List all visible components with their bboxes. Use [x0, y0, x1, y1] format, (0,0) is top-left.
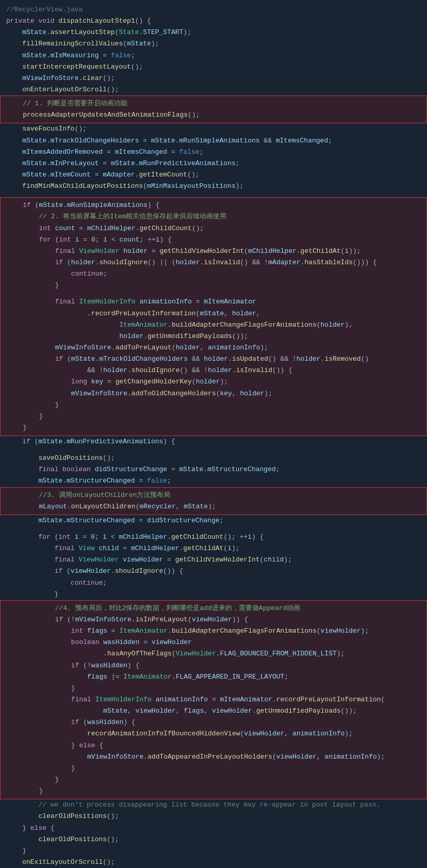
code-line: fillRemainingScrollValues(mState); — [0, 38, 427, 50]
code-line: final ItemHolderInfo animationInfo = mIt… — [1, 296, 426, 308]
code-line: mState.mStructureChanged = false; — [0, 475, 427, 487]
code-line: mState.mIsMeasuring = false; — [0, 50, 427, 61]
code-line: clearOldPositions(); — [0, 834, 427, 845]
code-line: } — [1, 411, 426, 422]
code-line: saveOldPositions(); — [0, 453, 427, 464]
code-line: if (wasHidden) { — [1, 717, 426, 728]
code-line: if (!mViewInfoStore.isInPreLayout(viewHo… — [1, 614, 426, 625]
code-line: clearOldPositions(); — [0, 811, 427, 822]
code-line: onEnterLayoutOrScroll(); — [0, 84, 427, 95]
code-line: saveFocusInfo(); — [0, 123, 427, 135]
code-line: // 1. 判断是否需要开启动画功能 — [1, 98, 426, 109]
code-line: startInterceptRequestLayout(); — [0, 61, 427, 73]
code-line: mLayout.onLayoutChildren(mRecycler, mSta… — [1, 501, 426, 512]
code-line: continue; — [1, 268, 426, 280]
code-line: } else { — [0, 823, 427, 834]
code-line: mState.mInPreLayout = mState.mRunPredict… — [0, 158, 427, 169]
empty-line — [0, 192, 427, 197]
code-line: } — [1, 785, 426, 797]
code-line: for (int i = 0; i < count; ++i) { — [1, 234, 426, 246]
code-line: mState.mItemCount = mAdapter.getItemCoun… — [0, 169, 427, 181]
code-line: if (!wasHidden) { — [1, 660, 426, 671]
code-line: final ViewHolder holder = getChildViewHo… — [1, 246, 426, 257]
highlight-block-4: //4. 预布局后，对比2保存的数据，判断哪些是add进来的，需要做Appear… — [0, 600, 427, 799]
code-line: final ViewHolder viewHolder = getChildVi… — [0, 554, 427, 566]
code-line: // we don't process disappearing list be… — [0, 799, 427, 811]
code-line: ItemAnimator.buildAdapterChangeFlagsForA… — [1, 319, 426, 331]
code-line: mViewInfoStore.clear(); — [0, 73, 427, 84]
code-line: continue; — [0, 577, 427, 589]
code-line: } — [1, 763, 426, 774]
code-line: final View child = mChildHelper.getChild… — [0, 543, 427, 554]
code-line: mViewInfoStore.addToAppearedInPreLayoutH… — [1, 751, 426, 763]
code-line: } — [0, 589, 427, 600]
highlight-block-3: //3. 调用onLayoutChildren方法预布局 mLayout.onL… — [0, 487, 427, 515]
empty-line — [0, 526, 427, 532]
code-line: } — [1, 280, 426, 291]
highlight-block-2: if (mState.mRunSimpleAnimations) { // 2.… — [0, 197, 427, 436]
code-line: .recordPreLayoutInformation(mState, hold… — [1, 308, 426, 319]
code-line: mState.mStructureChanged = didStructureC… — [0, 515, 427, 526]
code-line: } — [1, 774, 426, 785]
code-line: final ItemHolderInfo animationInfo = mIt… — [1, 694, 426, 705]
code-line: boolean wasHidden = viewHolder — [1, 637, 426, 648]
code-line: int flags = ItemAnimator.buildAdapterCha… — [1, 625, 426, 637]
code-line: mItemsAddedOrRemoved = mItemsChanged = f… — [0, 147, 427, 158]
code-line: if (viewHolder.shouldIgnore()) { — [0, 566, 427, 577]
code-line: mState, viewHolder, flags, viewHolder.ge… — [1, 705, 426, 717]
code-line: onExitLayoutOrScroll(); — [0, 857, 427, 868]
code-line: } — [1, 422, 426, 433]
file-comment: //RecyclerView.java — [0, 4, 427, 15]
code-line: } — [1, 683, 426, 694]
code-line: if (holder.shouldIgnore() || (holder.isI… — [1, 257, 426, 268]
code-line: } — [0, 845, 427, 857]
code-line: holder.getUnmodifiedPayloads()); — [1, 331, 426, 342]
code-line: processAdapterUpdatesAndSetAnimationFlag… — [1, 109, 426, 121]
highlight-block-1: // 1. 判断是否需要开启动画功能 processAdapterUpdates… — [0, 95, 427, 123]
code-line: flags |= ItemAnimator.FLAG_APPEARED_IN_P… — [1, 671, 426, 683]
code-line: //4. 预布局后，对比2保存的数据，判断哪些是add进来的，需要做Appear… — [1, 603, 426, 614]
code-line: && !holder.shouldIgnore() && !holder.isI… — [1, 365, 426, 376]
code-line: } — [1, 399, 426, 411]
code-line: final boolean didStructureChange = mStat… — [0, 464, 427, 475]
code-line: if (mState.mRunSimpleAnimations) { — [1, 200, 426, 211]
code-line: int count = mChildHelper.getChildCount()… — [1, 223, 426, 234]
code-line: long key = getChangedHolderKey(holder); — [1, 376, 426, 388]
code-editor: //RecyclerView.java private void dispatc… — [0, 0, 427, 868]
code-line: if (mState.mRunPredictiveAnimations) { — [0, 436, 427, 447]
code-line: } else { — [1, 740, 426, 751]
code-line: for (int i = 0; i < mChildHelper.getChil… — [0, 532, 427, 543]
code-line: // 2. 将当前屏幕上的Item相关信息保存起来供后续动画使用 — [1, 211, 426, 222]
code-line: recordAnimationInfoIfBouncedHiddenView(v… — [1, 728, 426, 740]
empty-line — [0, 447, 427, 453]
code-line: mViewInfoStore.addToPreLayout(holder, an… — [1, 342, 426, 353]
code-line: mState.assertLayoutStep(State.STEP_START… — [0, 27, 427, 38]
code-line: mState.mTrackOldChangeHolders = mState.m… — [0, 135, 427, 147]
code-line: .hasAnyOfTheFlags(ViewHolder.FLAG_BOUNCE… — [1, 648, 426, 660]
empty-line — [1, 291, 426, 296]
code-line: //3. 调用onLayoutChildren方法预布局 — [1, 490, 426, 501]
code-line: findMinMaxChildLayoutPositions(mMinMaxLa… — [0, 181, 427, 192]
code-line: mViewInfoStore.addToOldChangeHolders(key… — [1, 388, 426, 399]
code-line: private void dispatchLayoutStep1() { — [0, 15, 427, 27]
code-line: if (mState.mTrackOldChangeHolders && hol… — [1, 353, 426, 365]
